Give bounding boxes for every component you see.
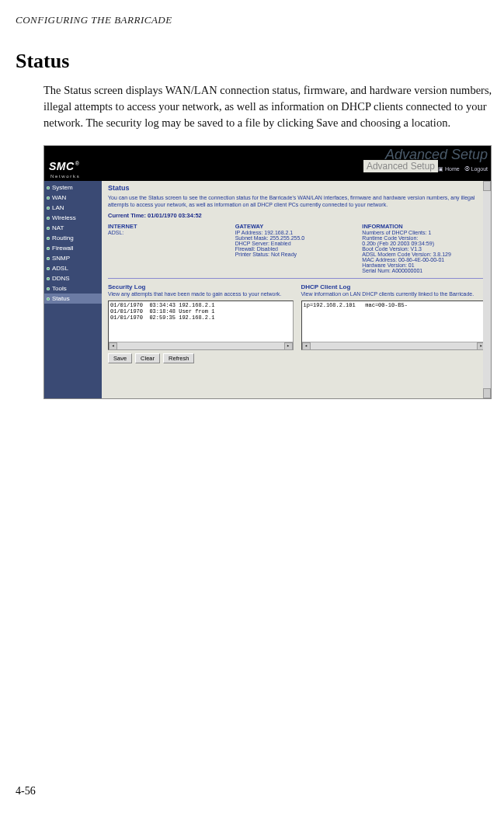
sidebar-item-wireless[interactable]: Wireless [44,213,102,223]
current-time: Current Time: 01/01/1970 03:34:52 [108,212,486,219]
embedded-screenshot: SMC ® Advanced Setup Advanced Setup ▣ Ho… [43,145,492,399]
information-column: INFORMATION Numbers of DHCP Clients: 1 R… [362,223,486,273]
gateway-line: IP Address: 192.168.2.1 [235,230,360,235]
security-log-box[interactable]: 01/01/1970 03:34:43 192.168.2.1 01/01/19… [108,301,294,350]
gateway-column: GATEWAY IP Address: 192.168.2.1 Subnet M… [235,223,360,273]
sidebar-item-firewall[interactable]: Firewall [44,243,102,253]
app-body: System WAN LAN Wireless NAT Routing Fire… [44,181,491,398]
main-scrollbar-vertical[interactable] [483,181,491,398]
section-title: Status [0,26,504,79]
gateway-line: DHCP Server: Enabled [235,241,360,246]
information-header: INFORMATION [362,223,486,230]
info-line: Runtime Code Version: [362,235,486,241]
info-columns: INTERNET ADSL: GATEWAY IP Address: 192.1… [108,223,486,273]
refresh-button[interactable]: Refresh [163,353,194,363]
clear-button[interactable]: Clear [135,353,160,363]
advanced-setup-label: Advanced Setup [363,160,438,172]
sidebar-item-snmp[interactable]: SNMP [44,253,102,263]
dhcp-log-title: DHCP Client Log [301,283,487,290]
body-paragraph: The Status screen displays WAN/LAN conne… [0,79,504,131]
sidebar: System WAN LAN Wireless NAT Routing Fire… [44,181,102,398]
dhcp-log-desc: View information on LAN DHCP clients cur… [301,291,487,298]
sidebar-item-routing[interactable]: Routing [44,233,102,243]
main-title: Status [108,184,486,192]
gateway-line: Subnet Mask: 255.255.255.0 [235,235,360,241]
page-number: 4-56 [16,785,36,797]
internet-line: ADSL: [108,230,232,235]
scroll-up-icon[interactable] [483,181,491,191]
internet-header: INTERNET [108,223,232,230]
info-line: MAC Address: 00-86-4E-00-00-01 [362,257,486,262]
dhcp-log-column: DHCP Client Log View information on LAN … [301,283,487,363]
scroll-left-icon[interactable]: ◂ [302,342,311,350]
app-topbar: SMC ® Advanced Setup Advanced Setup ▣ Ho… [44,146,491,174]
brand-registered: ® [75,161,79,166]
logout-link-label: Logout [471,166,488,172]
info-line: Boot Code Version: V1.3 [362,246,486,252]
security-log-title: Security Log [108,283,294,290]
scroll-right-icon[interactable]: ▸ [284,342,293,350]
sidebar-item-system[interactable]: System [44,182,102,193]
scrollbar-horizontal[interactable]: ◂▸ [109,342,293,349]
security-log-desc: View any attempts that have been made to… [108,291,294,298]
main-panel: Status You can use the Status screen to … [102,181,491,398]
security-log-content: 01/01/1970 03:34:43 192.168.2.1 01/01/19… [110,302,214,321]
sidebar-item-ddns[interactable]: DDNS [44,273,102,283]
sidebar-item-nat[interactable]: NAT [44,223,102,233]
brand-text: SMC [49,160,75,172]
security-log-column: Security Log View any attempts that have… [108,283,294,363]
sidebar-item-wan[interactable]: WAN [44,193,102,203]
sidebar-item-status[interactable]: Status [44,294,102,304]
sidebar-item-tools[interactable]: Tools [44,283,102,294]
logout-link[interactable]: ⦿ Logout [464,166,488,172]
section-divider [108,278,485,279]
scroll-down-icon[interactable] [483,388,491,398]
save-button[interactable]: Save [108,353,132,363]
sidebar-item-adsl[interactable]: ADSL [44,263,102,273]
info-line: Numbers of DHCP Clients: 1 [362,230,486,235]
scrollbar-horizontal[interactable]: ◂▸ [302,342,486,349]
running-head: CONFIGURING THE BARRICADE [0,0,504,26]
internet-column: INTERNET ADSL: [108,223,232,273]
info-line: ADSL Modem Code Version: 3.8.129 [362,252,486,257]
sidebar-item-lan[interactable]: LAN [44,203,102,213]
home-link-label: Home [445,166,460,172]
gateway-line: Firewall: Disabled [235,246,360,252]
log-columns: Security Log View any attempts that have… [108,283,486,363]
main-description: You can use the Status screen to see the… [108,194,486,208]
log-buttons: Save Clear Refresh [108,353,294,363]
info-line: 0.20b (Feb 20 2003 09:34:59) [362,241,486,246]
dhcp-log-box[interactable]: ip=192.168.2.101 mac=00-10-B5-◂▸ [301,301,487,350]
info-line: Hardware Version: 01 [362,262,486,268]
scroll-left-icon[interactable]: ◂ [109,342,117,350]
dhcp-log-content: ip=192.168.2.101 mac=00-10-B5- [304,302,408,308]
gateway-line: Printer Status: Not Ready [235,252,360,257]
top-links: ▣ Home ⦿ Logout [438,166,488,172]
gateway-header: GATEWAY [235,223,360,230]
home-link[interactable]: ▣ Home [438,166,460,172]
info-line: Serial Num: A000000001 [362,268,486,273]
brand-logo: SMC ® [49,160,79,172]
